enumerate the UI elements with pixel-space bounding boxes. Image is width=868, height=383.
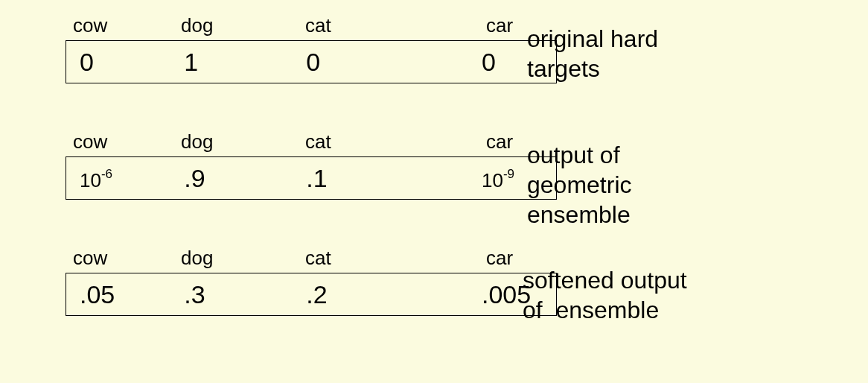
col-header: cow (66, 130, 177, 153)
col-header: cow (66, 14, 177, 37)
value-cell: 0 (66, 48, 176, 77)
value-cell: .9 (176, 164, 294, 193)
col-header: cat (296, 247, 486, 270)
col-header: dog (177, 130, 296, 153)
value-cell: .1 (294, 164, 482, 193)
col-header: cat (296, 14, 486, 37)
col-header: cow (66, 247, 177, 270)
values-box: 10-6 .9 .1 10-9 (66, 156, 557, 200)
row-description: softened outputof ensemble (523, 265, 687, 325)
value-cell: .2 (294, 280, 482, 309)
row-geometric-ensemble: cow dog cat car 10-6 .9 .1 10-9 (66, 130, 868, 200)
row-hard-targets: cow dog cat car 0 1 0 0 (66, 13, 868, 83)
row-description: original hardtargets (527, 24, 658, 83)
value-cell: 10-6 (66, 164, 176, 193)
values-box: .05 .3 .2 .005 (66, 273, 557, 316)
row-softened-output: cow dog cat car .05 .3 .2 .005 (66, 246, 868, 316)
column-labels: cow dog cat car (66, 246, 868, 270)
column-labels: cow dog cat car (66, 130, 868, 153)
col-header: cat (296, 130, 486, 153)
values-box: 0 1 0 0 (66, 40, 557, 83)
value-cell: 1 (176, 48, 294, 77)
value-cell: 0 (294, 48, 482, 77)
column-labels: cow dog cat car (66, 13, 868, 37)
row-description: output ofgeometricensemble (527, 140, 632, 230)
value-cell: .3 (176, 280, 294, 309)
col-header: dog (177, 14, 296, 37)
col-header: dog (177, 247, 296, 270)
value-cell: .05 (66, 280, 176, 309)
